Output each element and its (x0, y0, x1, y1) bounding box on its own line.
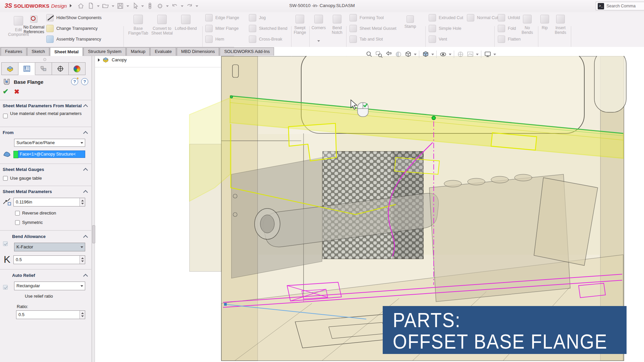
display-style-icon[interactable] (421, 50, 430, 59)
thickness-input[interactable]: 0.1196in (13, 198, 85, 206)
ribbon-button-flatten[interactable]: Flatten (498, 36, 521, 43)
bend-allowance-group-checkbox[interactable] (3, 241, 8, 246)
panel-splitter-grip[interactable] (92, 225, 95, 243)
ribbon-button-hem[interactable]: Hem (205, 36, 224, 43)
ribbon-button-miter-flange[interactable]: Miter Flange (205, 25, 238, 32)
ribbon-button-cross-break[interactable]: Cross-Break (249, 36, 282, 43)
apply-scene-icon[interactable] (466, 50, 475, 59)
ribbon-button-no-bends[interactable]: No Bends (519, 15, 535, 35)
collapse-chevron-icon[interactable] (83, 190, 88, 195)
view-orientation-caret[interactable] (414, 54, 417, 55)
ribbon-button-insert-bends[interactable]: Insert Bends (552, 15, 569, 35)
tab-sheet-metal[interactable]: Sheet Metal (50, 47, 83, 56)
ok-button[interactable]: ✔ (3, 87, 9, 96)
ribbon-button-no-external-references[interactable]: No External References (23, 15, 45, 34)
ribbon-button-normal-cut[interactable]: Normal Cut (467, 14, 498, 21)
apply-scene-caret[interactable] (476, 54, 479, 55)
search-input[interactable]: Search Comma (606, 4, 636, 8)
ribbon-button-fold[interactable]: Fold (498, 25, 516, 32)
tab-evaluate[interactable]: Evaluate (150, 47, 176, 56)
tab-dimxpert-manager[interactable] (52, 62, 69, 75)
help-icon[interactable]: ? (81, 78, 88, 85)
corners-flyout-caret[interactable] (317, 40, 320, 42)
section-header-from[interactable]: From (3, 130, 14, 135)
ratio-input[interactable]: 0.5 (16, 310, 85, 319)
use-material-checkbox[interactable] (3, 114, 8, 118)
ribbon-button-assembly-transparency[interactable]: Assembly Transparency (46, 36, 101, 43)
zoom-area-icon[interactable] (375, 50, 383, 59)
from-source-dropdown[interactable]: Surface/Face/Plane (14, 139, 85, 147)
ribbon-button-sketched-bend[interactable]: Sketched Bend (249, 25, 287, 32)
tab-property-manager[interactable] (18, 62, 35, 75)
ratio-spinner[interactable] (79, 311, 85, 319)
bend-allowance-type-dropdown[interactable]: K-Factor (14, 243, 85, 251)
ribbon-button-change-transparency[interactable]: Change Transparency (46, 25, 98, 32)
display-style-caret[interactable] (431, 54, 434, 55)
panel-splitter[interactable] (92, 56, 95, 362)
hide-show-items-caret[interactable] (449, 54, 451, 55)
tab-configuration-manager[interactable] (35, 62, 52, 75)
ribbon-button-simple-hole[interactable]: Simple Hole (429, 25, 461, 32)
ribbon-button-edge-flange[interactable]: Edge Flange (205, 14, 239, 21)
section-header-auto-relief[interactable]: Auto Relief (12, 273, 35, 278)
section-header-gauges[interactable]: Sheet Metal Gauges (3, 167, 44, 172)
use-material-label: Use material sheet metal parameters (10, 111, 84, 116)
zoom-fit-icon[interactable] (365, 50, 374, 59)
ribbon-button-sheet-metal-gusset[interactable]: Sheet Metal Gusset (350, 25, 396, 32)
k-factor-input[interactable]: 0.5 (13, 255, 85, 264)
ribbon-button-corners[interactable]: Corners (309, 15, 328, 30)
breadcrumb[interactable]: Canopy (98, 57, 127, 63)
tab-feature-manager[interactable] (1, 62, 18, 75)
tab-sketch[interactable]: Sketch (27, 47, 49, 56)
panel-resize-dot[interactable] (43, 58, 46, 61)
section-header-material[interactable]: Sheet Metal Parameters From Material (3, 103, 82, 108)
collapse-chevron-icon[interactable] (83, 131, 88, 136)
face-selection-field[interactable]: Face<1>@Canopy Structure< (18, 150, 85, 158)
thickness-spinner[interactable] (79, 198, 85, 206)
hide-show-items-icon[interactable] (439, 50, 447, 59)
collapse-chevron-icon[interactable] (83, 104, 88, 109)
ribbon-button-vent[interactable]: Vent (429, 36, 447, 43)
ribbon-button-stamp[interactable]: Stamp (402, 15, 419, 29)
auto-relief-type-dropdown[interactable]: Rectangular (14, 282, 85, 290)
ribbon-button-hide-show-components[interactable]: Hide/Show Components (46, 14, 102, 21)
ribbon-button-convert-to-sheet-metal[interactable]: Convert to Sheet Metal (151, 15, 173, 36)
view-settings-icon[interactable] (483, 50, 492, 59)
ribbon-button-rip[interactable]: Rip (539, 15, 551, 30)
edit-appearance-icon[interactable] (456, 50, 465, 59)
ribbon-button-lofted-bend[interactable]: Lofted-Bend (173, 15, 199, 31)
ribbon-button-unfold[interactable]: Unfold (498, 14, 520, 21)
view-settings-caret[interactable] (493, 54, 496, 55)
tab-solidworks-add-ins[interactable]: SOLIDWORKS Add-Ins (220, 47, 274, 56)
section-header-parameters[interactable]: Sheet Metal Parameters (3, 189, 52, 194)
tab-display-manager[interactable] (69, 62, 86, 75)
collapse-chevron-icon[interactable] (83, 168, 88, 173)
use-gauge-table-checkbox[interactable] (3, 176, 8, 181)
symmetric-checkbox[interactable] (15, 220, 20, 225)
view-orientation-icon[interactable] (404, 50, 413, 59)
whats-new-help-icon[interactable]: ? (71, 78, 78, 85)
tab-markup[interactable]: Markup (126, 47, 150, 56)
ribbon-button-forming-tool[interactable]: Forming Tool (350, 14, 384, 21)
section-header-bend-allowance[interactable]: Bend Allowance (12, 234, 46, 239)
ribbon-button-base-flange-tab[interactable]: Base Flange/Tab (127, 15, 150, 36)
cancel-button[interactable]: ✖ (14, 88, 19, 96)
auto-relief-group-checkbox[interactable] (3, 285, 8, 290)
expand-tree-icon[interactable] (98, 58, 100, 62)
mouse-cursor-overlay (349, 99, 370, 119)
section-view-icon[interactable] (394, 50, 403, 59)
tab-mbd-dimensions[interactable]: MBD Dimensions (177, 47, 219, 56)
previous-view-icon[interactable] (384, 50, 393, 59)
ribbon-button-swept-flange[interactable]: Swept Flange (291, 15, 309, 35)
k-factor-spinner[interactable] (79, 256, 85, 264)
collapse-chevron-icon[interactable] (83, 235, 88, 240)
ribbon-button-bend-notch[interactable]: Bend Notch (329, 15, 345, 35)
search-commands-box[interactable]: >_ Search Comma (596, 2, 644, 10)
reverse-direction-checkbox[interactable] (15, 211, 20, 216)
tab-structure-system[interactable]: Structure System (84, 47, 126, 56)
ribbon-button-jog[interactable]: Jog (249, 14, 266, 21)
ribbon-button-extruded-cut[interactable]: Extruded Cut (429, 14, 463, 21)
collapse-chevron-icon[interactable] (83, 274, 88, 279)
tab-features[interactable]: Features (1, 47, 26, 56)
ribbon-button-tab-and-slot[interactable]: Tab and Slot (350, 36, 383, 43)
